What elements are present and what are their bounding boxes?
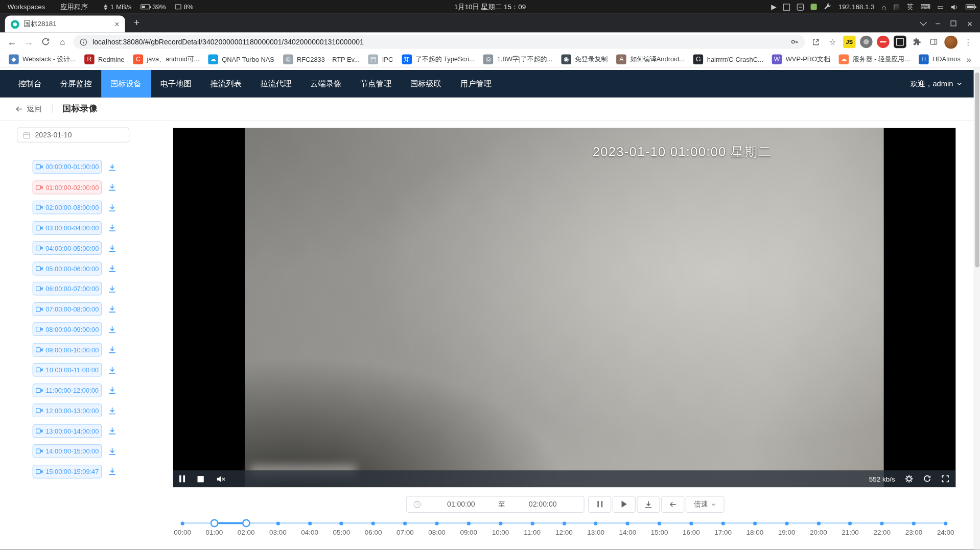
extension-icon-2[interactable] xyxy=(877,36,889,48)
window-maximize-button[interactable] xyxy=(951,20,956,26)
bookmark-item[interactable]: A 如何编译Android... xyxy=(613,53,688,65)
network-speed-indicator[interactable]: 1 MB/s xyxy=(104,3,131,11)
input-method-indicator[interactable]: 英 xyxy=(907,4,914,10)
date-picker-input[interactable]: 2023-01-10 xyxy=(17,128,129,142)
nav-tab[interactable]: 国标设备 xyxy=(101,70,151,98)
download-record-button[interactable] xyxy=(108,305,116,313)
bookmark-star-icon[interactable]: ☆ xyxy=(826,38,838,46)
player-mute-button[interactable] xyxy=(216,475,225,483)
download-record-button[interactable] xyxy=(108,163,116,171)
download-record-button[interactable] xyxy=(108,203,116,211)
ip-indicator[interactable]: 192.168.1.3 xyxy=(838,3,875,11)
nav-tab[interactable]: 用户管理 xyxy=(451,70,501,98)
home-button[interactable]: ⌂ xyxy=(56,37,68,46)
download-record-button[interactable] xyxy=(108,426,116,435)
time-range-input[interactable]: 01:00:00 至 02:00:00 xyxy=(406,496,585,513)
player-pause-button[interactable] xyxy=(179,475,185,482)
nav-tab[interactable]: 电子地图 xyxy=(151,70,201,98)
bookmark-item[interactable]: ☁ 服务器 - 轻量应用... xyxy=(835,53,914,65)
record-time-button[interactable]: 14:00:00-15:00:00 xyxy=(33,444,102,458)
display-icon[interactable]: ▭ xyxy=(937,4,944,10)
pause-button[interactable] xyxy=(588,496,611,513)
scrollbar-thumb[interactable] xyxy=(975,73,979,268)
download-record-button[interactable] xyxy=(108,345,116,353)
nav-tab[interactable]: 节点管理 xyxy=(351,70,401,98)
seek-back-button[interactable] xyxy=(661,496,684,513)
video-frame[interactable]: 2023-01-10 01:00:00 星期二 xyxy=(245,128,883,487)
page-scrollbar[interactable] xyxy=(974,67,980,549)
bookmark-item[interactable]: R Redmine xyxy=(81,53,128,65)
download-record-button[interactable] xyxy=(108,386,116,394)
record-time-button[interactable]: 08:00:00-09:00:00 xyxy=(33,322,102,336)
bookmark-item[interactable]: ▤ IPC xyxy=(365,53,397,65)
tab-close-icon[interactable]: × xyxy=(114,20,119,28)
home-icon[interactable]: ⌂ xyxy=(881,3,886,11)
nav-tab[interactable]: 拉流代理 xyxy=(251,70,301,98)
cpu-indicator[interactable]: 8% xyxy=(175,3,194,11)
reload-button[interactable] xyxy=(39,37,52,46)
new-tab-button[interactable]: + xyxy=(134,18,139,28)
download-record-button[interactable] xyxy=(108,325,116,333)
browser-tab[interactable]: 国标28181 × xyxy=(5,16,125,33)
download-record-button[interactable] xyxy=(108,244,116,252)
player-fullscreen-button[interactable] xyxy=(941,475,949,483)
record-time-button[interactable]: 03:00:00-04:00:00 xyxy=(33,221,102,234)
extension-tampermonkey-icon[interactable] xyxy=(894,36,906,48)
tab-search-icon[interactable] xyxy=(920,19,927,26)
nav-tab[interactable]: 国标级联 xyxy=(401,70,451,98)
site-info-icon[interactable] xyxy=(79,38,87,46)
nav-tab[interactable]: 控制台 xyxy=(9,70,51,98)
record-time-button[interactable]: 05:00:00-06:00:00 xyxy=(33,261,102,275)
workspaces-button[interactable]: Workspaces xyxy=(0,0,53,14)
download-record-button[interactable] xyxy=(108,264,116,272)
video-player[interactable]: 2023-01-10 01:00:00 星期二 552 kb/s xyxy=(173,128,955,487)
back-button[interactable]: ← xyxy=(6,37,18,46)
download-record-button[interactable] xyxy=(108,467,116,475)
timeline-handle-0[interactable] xyxy=(210,519,218,527)
record-time-button[interactable]: 00:00:00-01:00:00 xyxy=(33,160,102,174)
back-button-app[interactable]: 返回 xyxy=(15,103,42,114)
window-close-button[interactable]: × xyxy=(967,18,973,28)
keyboard-icon[interactable]: ⌨ xyxy=(920,4,930,10)
tray-screen-icon[interactable] xyxy=(783,4,790,10)
os-clock[interactable]: 1月10日 星期二 15：09 xyxy=(454,2,526,11)
record-time-button[interactable]: 04:00:00-05:00:00 xyxy=(33,241,102,255)
bookmark-item[interactable]: H HDAtmos :: 种子 ... xyxy=(915,53,963,65)
workspace-grid-icon[interactable]: ▤ xyxy=(893,4,900,10)
bookmark-item[interactable]: W WVP-PRO文档 xyxy=(768,53,834,65)
record-time-button[interactable]: 02:00:00-03:00:00 xyxy=(33,201,102,214)
user-menu[interactable]: 欢迎，admin xyxy=(910,79,962,89)
extension-js-icon[interactable]: JS xyxy=(843,36,855,48)
profile-avatar[interactable] xyxy=(944,35,958,49)
bookmark-item[interactable]: C java、android可... xyxy=(129,53,203,65)
timeline-handle-1[interactable] xyxy=(242,519,250,527)
bookmark-item[interactable]: ◆ Webstack - 设计... xyxy=(5,53,80,65)
applications-button[interactable]: 应用程序 xyxy=(53,0,95,14)
nav-tab[interactable]: 推流列表 xyxy=(201,70,251,98)
download-record-button[interactable] xyxy=(108,183,116,191)
play-button[interactable] xyxy=(613,496,636,513)
player-stop-button[interactable] xyxy=(198,475,204,482)
address-bar[interactable]: localhost:38080/#/gbRecordDetail/3402000… xyxy=(73,35,805,49)
bookmark-item[interactable]: ☁ QNAP Turbo NAS xyxy=(204,53,278,65)
record-time-button[interactable]: 09:00:00-10:00:00 xyxy=(33,343,102,356)
bookmark-item[interactable]: ◉ 免登录复制 xyxy=(557,53,612,65)
player-settings-button[interactable] xyxy=(905,475,913,483)
forward-button[interactable]: → xyxy=(22,37,35,46)
side-panel-icon[interactable] xyxy=(927,37,940,46)
record-time-button[interactable]: 13:00:00-14:00:00 xyxy=(33,424,102,438)
download-record-button[interactable] xyxy=(108,406,116,415)
record-time-button[interactable]: 15:00:00-15:09:47 xyxy=(33,464,102,478)
battery-indicator[interactable]: 39% xyxy=(141,3,166,11)
bookmarks-overflow-button[interactable]: » xyxy=(963,54,975,64)
speed-dropdown[interactable]: 倍速 xyxy=(686,496,725,513)
share-icon[interactable] xyxy=(809,38,822,46)
download-button[interactable] xyxy=(637,496,660,513)
record-time-button[interactable]: 10:00:00-11:00:00 xyxy=(33,363,102,377)
bookmark-item[interactable]: 知 了不起的 TypeScri... xyxy=(398,53,478,65)
tray-tools-icon[interactable] xyxy=(824,3,832,11)
volume-icon[interactable] xyxy=(951,4,959,10)
nav-tab[interactable]: 分屏监控 xyxy=(51,70,101,98)
tray-status-icon[interactable] xyxy=(811,4,817,10)
bookmark-item[interactable]: G hairrrrr/C-CrashC... xyxy=(690,53,767,65)
